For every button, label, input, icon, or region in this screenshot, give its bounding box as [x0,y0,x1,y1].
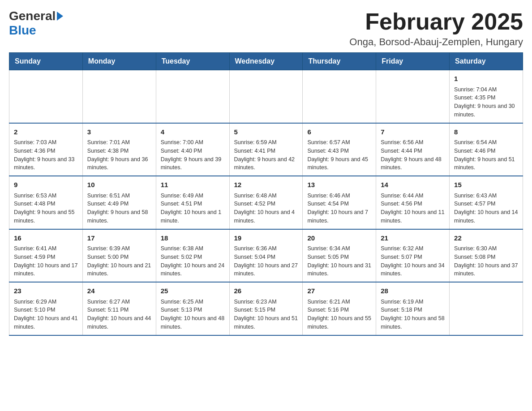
day-number: 18 [161,233,225,244]
weekday-header-friday: Friday [376,53,450,70]
calendar-cell: 23Sunrise: 6:29 AMSunset: 5:10 PMDayligh… [9,282,83,335]
calendar-table: SundayMondayTuesdayWednesdayThursdayFrid… [9,52,523,336]
weekday-header-wednesday: Wednesday [229,53,303,70]
calendar-week-row: 16Sunrise: 6:41 AMSunset: 4:59 PMDayligh… [9,229,523,283]
day-number: 3 [87,127,151,137]
day-number: 22 [454,233,518,244]
calendar-cell: 3Sunrise: 7:01 AMSunset: 4:38 PMDaylight… [82,123,156,176]
day-info: Sunrise: 6:39 AMSunset: 5:00 PMDaylight:… [87,244,151,278]
calendar-cell [450,282,523,335]
calendar-cell: 10Sunrise: 6:51 AMSunset: 4:49 PMDayligh… [82,176,156,229]
day-info: Sunrise: 6:53 AMSunset: 4:48 PMDaylight:… [14,192,78,225]
calendar-cell [82,70,156,123]
calendar-cell: 24Sunrise: 6:27 AMSunset: 5:11 PMDayligh… [82,282,156,335]
calendar-cell: 22Sunrise: 6:30 AMSunset: 5:08 PMDayligh… [450,229,523,283]
calendar-week-row: 9Sunrise: 6:53 AMSunset: 4:48 PMDaylight… [9,176,523,229]
calendar-cell: 25Sunrise: 6:25 AMSunset: 5:13 PMDayligh… [156,282,229,335]
day-info: Sunrise: 7:03 AMSunset: 4:36 PMDaylight:… [14,138,78,172]
calendar-cell: 18Sunrise: 6:38 AMSunset: 5:02 PMDayligh… [156,229,229,283]
day-number: 24 [87,286,151,296]
calendar-cell: 12Sunrise: 6:48 AMSunset: 4:52 PMDayligh… [229,176,303,229]
day-number: 6 [307,127,371,137]
day-info: Sunrise: 6:57 AMSunset: 4:43 PMDaylight:… [307,138,371,172]
calendar-cell: 2Sunrise: 7:03 AMSunset: 4:36 PMDaylight… [9,123,83,176]
day-info: Sunrise: 6:19 AMSunset: 5:18 PMDaylight:… [381,298,445,331]
day-number: 14 [381,180,445,190]
day-number: 23 [14,286,78,296]
page-header: General Blue February 2025 Onga, Borsod-… [9,9,523,48]
weekday-header-monday: Monday [82,53,156,70]
day-number: 11 [161,180,225,190]
day-info: Sunrise: 6:51 AMSunset: 4:49 PMDaylight:… [87,192,151,225]
logo-blue-text: Blue [9,23,36,37]
calendar-cell [303,70,376,123]
day-number: 13 [307,180,371,190]
day-info: Sunrise: 6:27 AMSunset: 5:11 PMDaylight:… [87,298,151,331]
calendar-cell: 19Sunrise: 6:36 AMSunset: 5:04 PMDayligh… [229,229,303,283]
day-number: 10 [87,180,151,190]
calendar-cell: 28Sunrise: 6:19 AMSunset: 5:18 PMDayligh… [376,282,450,335]
day-number: 7 [381,127,445,137]
day-info: Sunrise: 6:43 AMSunset: 4:57 PMDaylight:… [454,192,518,225]
day-number: 9 [14,180,78,190]
calendar-cell: 15Sunrise: 6:43 AMSunset: 4:57 PMDayligh… [450,176,523,229]
calendar-cell: 11Sunrise: 6:49 AMSunset: 4:51 PMDayligh… [156,176,229,229]
day-info: Sunrise: 6:23 AMSunset: 5:15 PMDaylight:… [234,298,298,331]
logo-general-text: General [9,9,56,23]
day-info: Sunrise: 7:04 AMSunset: 4:35 PMDaylight:… [454,86,518,119]
day-info: Sunrise: 7:01 AMSunset: 4:38 PMDaylight:… [87,138,151,172]
calendar-week-row: 2Sunrise: 7:03 AMSunset: 4:36 PMDaylight… [9,123,523,176]
day-number: 12 [234,180,298,190]
calendar-cell: 17Sunrise: 6:39 AMSunset: 5:00 PMDayligh… [82,229,156,283]
day-number: 27 [307,286,371,296]
calendar-cell: 27Sunrise: 6:21 AMSunset: 5:16 PMDayligh… [303,282,376,335]
day-info: Sunrise: 6:48 AMSunset: 4:52 PMDaylight:… [234,192,298,225]
day-info: Sunrise: 6:29 AMSunset: 5:10 PMDaylight:… [14,298,78,331]
calendar-week-row: 23Sunrise: 6:29 AMSunset: 5:10 PMDayligh… [9,282,523,335]
weekday-header-sunday: Sunday [9,53,83,70]
day-info: Sunrise: 6:49 AMSunset: 4:51 PMDaylight:… [161,192,225,225]
day-number: 2 [14,127,78,137]
day-number: 21 [381,233,445,244]
day-info: Sunrise: 6:44 AMSunset: 4:56 PMDaylight:… [381,192,445,225]
calendar-cell: 6Sunrise: 6:57 AMSunset: 4:43 PMDaylight… [303,123,376,176]
day-number: 15 [454,180,518,190]
weekday-header-tuesday: Tuesday [156,53,229,70]
title-block: February 2025 Onga, Borsod-Abauj-Zemplen… [349,9,523,48]
day-info: Sunrise: 7:00 AMSunset: 4:40 PMDaylight:… [161,138,225,172]
day-number: 1 [454,74,518,84]
day-info: Sunrise: 6:56 AMSunset: 4:44 PMDaylight:… [381,138,445,172]
calendar-week-row: 1Sunrise: 7:04 AMSunset: 4:35 PMDaylight… [9,70,523,123]
day-info: Sunrise: 6:25 AMSunset: 5:13 PMDaylight:… [161,298,225,331]
calendar-cell: 16Sunrise: 6:41 AMSunset: 4:59 PMDayligh… [9,229,83,283]
calendar-cell: 9Sunrise: 6:53 AMSunset: 4:48 PMDaylight… [9,176,83,229]
calendar-cell: 1Sunrise: 7:04 AMSunset: 4:35 PMDaylight… [450,70,523,123]
day-info: Sunrise: 6:30 AMSunset: 5:08 PMDaylight:… [454,244,518,278]
day-number: 25 [161,286,225,296]
day-info: Sunrise: 6:38 AMSunset: 5:02 PMDaylight:… [161,244,225,278]
day-number: 28 [381,286,445,296]
location-text: Onga, Borsod-Abauj-Zemplen, Hungary [349,36,523,48]
weekday-header-row: SundayMondayTuesdayWednesdayThursdayFrid… [9,53,523,70]
day-info: Sunrise: 6:59 AMSunset: 4:41 PMDaylight:… [234,138,298,172]
calendar-cell: 4Sunrise: 7:00 AMSunset: 4:40 PMDaylight… [156,123,229,176]
month-title: February 2025 [349,9,523,34]
day-info: Sunrise: 6:46 AMSunset: 4:54 PMDaylight:… [307,192,371,225]
day-number: 19 [234,233,298,244]
calendar-cell: 20Sunrise: 6:34 AMSunset: 5:05 PMDayligh… [303,229,376,283]
calendar-cell [156,70,229,123]
day-info: Sunrise: 6:21 AMSunset: 5:16 PMDaylight:… [307,298,371,331]
day-number: 26 [234,286,298,296]
day-info: Sunrise: 6:34 AMSunset: 5:05 PMDaylight:… [307,244,371,278]
calendar-cell: 21Sunrise: 6:32 AMSunset: 5:07 PMDayligh… [376,229,450,283]
day-info: Sunrise: 6:32 AMSunset: 5:07 PMDaylight:… [381,244,445,278]
calendar-cell [376,70,450,123]
calendar-cell: 7Sunrise: 6:56 AMSunset: 4:44 PMDaylight… [376,123,450,176]
day-info: Sunrise: 6:36 AMSunset: 5:04 PMDaylight:… [234,244,298,278]
calendar-cell [229,70,303,123]
day-number: 16 [14,233,78,244]
logo-triangle-icon [57,12,63,21]
calendar-cell: 5Sunrise: 6:59 AMSunset: 4:41 PMDaylight… [229,123,303,176]
logo: General Blue [9,9,64,38]
day-number: 20 [307,233,371,244]
